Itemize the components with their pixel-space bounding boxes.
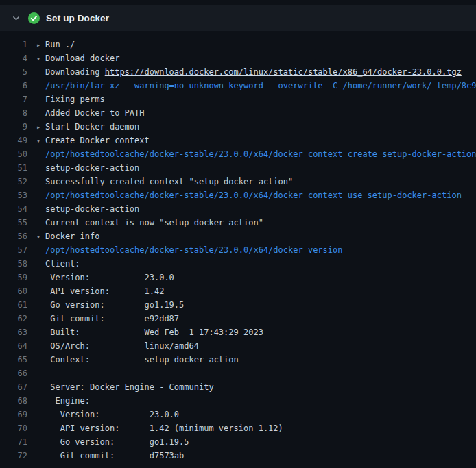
log-line: 72 Git commit: d7573ab xyxy=(0,449,476,463)
log-text: Current context is now "setup-docker-act… xyxy=(36,216,263,230)
log-line: 53/opt/hostedtoolcache/docker-stable/23.… xyxy=(0,188,476,202)
line-number[interactable]: 8 xyxy=(0,106,36,120)
line-number[interactable]: 72 xyxy=(0,449,36,463)
log-text: Successfully created context "setup-dock… xyxy=(36,175,293,188)
log-line: 58Client: xyxy=(0,257,476,271)
group-title: Start Docker daemon xyxy=(45,122,139,132)
log-text: Go version: go1.19.5 xyxy=(36,435,189,449)
log-text: ▸Run ./ xyxy=(36,38,75,51)
line-number[interactable]: 69 xyxy=(0,408,36,421)
disclosure-expanded-icon[interactable]: ▾ xyxy=(36,230,45,244)
log-text: Server: Docker Engine - Community xyxy=(36,380,214,394)
log-url-link[interactable]: https://download.docker.com/linux/static… xyxy=(105,67,462,77)
actions-log-page: { "header": { "title": "Set up Docker", … xyxy=(0,0,476,468)
disclosure-collapsed-icon[interactable]: ▸ xyxy=(36,121,45,134)
success-check-icon xyxy=(27,12,40,25)
group-title: Docker info xyxy=(45,232,99,241)
line-number[interactable]: 66 xyxy=(0,367,36,380)
log-line: 8Added Docker to PATH xyxy=(0,106,476,120)
line-number[interactable]: 62 xyxy=(0,312,36,325)
disclosure-collapsed-icon[interactable]: ▸ xyxy=(36,38,45,52)
log-line: 68 Engine: xyxy=(0,394,476,408)
log-text: Downloading https://download.docker.com/… xyxy=(36,65,462,79)
log-line: 6/usr/bin/tar xz --warning=no-unknown-ke… xyxy=(0,79,476,93)
log-line: 65 Context: setup-docker-action xyxy=(0,353,476,367)
line-number[interactable]: 52 xyxy=(0,175,36,188)
log-text xyxy=(36,367,45,380)
log-line: 67 Server: Docker Engine - Community xyxy=(0,380,476,394)
log-text: setup-docker-action xyxy=(36,202,139,216)
log-text: Context: setup-docker-action xyxy=(36,353,239,367)
log-text: ▾Docker info xyxy=(36,230,99,243)
line-number[interactable]: 70 xyxy=(0,421,36,435)
log-text: Git commit: d7573ab xyxy=(36,449,184,463)
line-number[interactable]: 51 xyxy=(0,161,36,175)
line-number[interactable]: 71 xyxy=(0,435,36,449)
log-line: 64 OS/Arch: linux/amd64 xyxy=(0,339,476,353)
line-number[interactable]: 7 xyxy=(0,93,36,106)
log-line: 55Current context is now "setup-docker-a… xyxy=(0,216,476,230)
line-number[interactable]: 54 xyxy=(0,202,36,216)
log-line: 52Successfully created context "setup-do… xyxy=(0,175,476,188)
log-container: 1▸Run ./4▾Download docker5Downloading ht… xyxy=(0,31,476,463)
log-line: 66 xyxy=(0,367,476,380)
log-group-header[interactable]: 4▾Download docker xyxy=(0,51,476,65)
log-text: /usr/bin/tar xz --warning=no-unknown-key… xyxy=(36,79,476,93)
step-header[interactable]: Set up Docker xyxy=(0,5,476,31)
line-number[interactable]: 4 xyxy=(0,51,36,65)
log-text: ▾Create Docker context xyxy=(36,134,150,147)
line-number[interactable]: 58 xyxy=(0,257,36,271)
log-line: 50/opt/hostedtoolcache/docker-stable/23.… xyxy=(0,147,476,161)
log-line: 69 Version: 23.0.0 xyxy=(0,408,476,421)
line-number[interactable]: 59 xyxy=(0,271,36,284)
line-number[interactable]: 65 xyxy=(0,353,36,367)
log-line: 59 Version: 23.0.0 xyxy=(0,271,476,284)
log-line: 70 API version: 1.42 (minimum version 1.… xyxy=(0,421,476,435)
log-group-header[interactable]: 1▸Run ./ xyxy=(0,38,476,51)
log-line: 60 API version: 1.42 xyxy=(0,284,476,298)
log-text: Added Docker to PATH xyxy=(36,106,145,120)
log-text: /opt/hostedtoolcache/docker-stable/23.0.… xyxy=(36,147,476,161)
log-line: 61 Go version: go1.19.5 xyxy=(0,298,476,312)
line-number[interactable]: 68 xyxy=(0,394,36,408)
disclosure-expanded-icon[interactable]: ▾ xyxy=(36,134,45,148)
log-text: Version: 23.0.0 xyxy=(36,271,174,284)
line-number[interactable]: 56 xyxy=(0,230,36,243)
log-text-segment: Downloading xyxy=(45,67,105,77)
log-line: 71 Go version: go1.19.5 xyxy=(0,435,476,449)
line-number[interactable]: 63 xyxy=(0,325,36,339)
chevron-down-icon[interactable] xyxy=(10,12,22,25)
line-number[interactable]: 53 xyxy=(0,188,36,202)
log-group-header[interactable]: 49▾Create Docker context xyxy=(0,134,476,147)
line-number[interactable]: 5 xyxy=(0,65,36,79)
line-number[interactable]: 61 xyxy=(0,298,36,312)
line-number[interactable]: 49 xyxy=(0,134,36,147)
log-text: API version: 1.42 xyxy=(36,284,164,298)
log-line: 63 Built: Wed Feb 1 17:43:29 2023 xyxy=(0,325,476,339)
log-line: 51setup-docker-action xyxy=(0,161,476,175)
disclosure-expanded-icon[interactable]: ▾ xyxy=(36,52,45,66)
log-text: Fixing perms xyxy=(36,93,105,106)
line-number[interactable]: 6 xyxy=(0,79,36,93)
group-title: Download docker xyxy=(45,53,119,63)
log-text: ▾Download docker xyxy=(36,51,119,65)
log-text: Client: xyxy=(36,257,80,271)
line-number[interactable]: 57 xyxy=(0,243,36,257)
line-number[interactable]: 50 xyxy=(0,147,36,161)
log-group-header[interactable]: 9▸Start Docker daemon xyxy=(0,120,476,134)
line-number[interactable]: 1 xyxy=(0,38,36,51)
line-number[interactable]: 67 xyxy=(0,380,36,394)
line-number[interactable]: 9 xyxy=(0,120,36,134)
log-text: setup-docker-action xyxy=(36,161,139,175)
step-title: Set up Docker xyxy=(46,13,109,23)
line-number[interactable]: 60 xyxy=(0,284,36,298)
line-number[interactable]: 64 xyxy=(0,339,36,353)
line-number[interactable]: 55 xyxy=(0,216,36,230)
log-text: Version: 23.0.0 xyxy=(36,408,179,421)
log-group-header[interactable]: 56▾Docker info xyxy=(0,230,476,243)
log-text: Go version: go1.19.5 xyxy=(36,298,184,312)
log-text: Engine: xyxy=(36,394,90,408)
group-title: Run ./ xyxy=(45,40,75,49)
log-text: ▸Start Docker daemon xyxy=(36,120,139,134)
log-text: OS/Arch: linux/amd64 xyxy=(36,339,199,353)
